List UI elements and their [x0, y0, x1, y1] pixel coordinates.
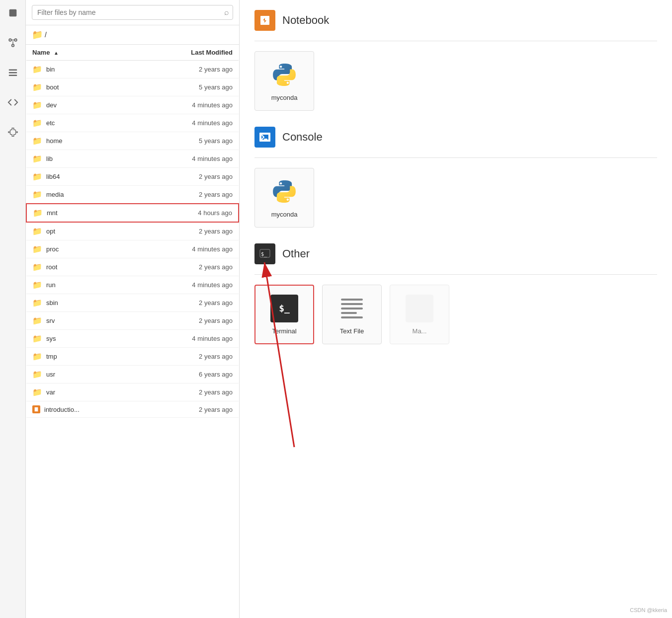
- folder-icon: 📁: [32, 280, 42, 290]
- table-row[interactable]: 📁usr6 years ago: [26, 366, 239, 384]
- svg-text:$_: $_: [261, 251, 267, 257]
- file-modified-date: 2 years ago: [143, 348, 239, 366]
- table-row[interactable]: introductio...2 years ago: [26, 401, 239, 418]
- table-row[interactable]: 📁etc4 minutes ago: [26, 114, 239, 132]
- terminal-card[interactable]: $_ Terminal: [254, 285, 314, 344]
- svg-rect-5: [8, 72, 17, 73]
- file-modified-date: 4 hours ago: [143, 204, 239, 222]
- file-name-label: run: [46, 281, 56, 289]
- file-name-cell-var: 📁var: [26, 384, 143, 401]
- table-row[interactable]: 📁tmp2 years ago: [26, 348, 239, 366]
- file-modified-date: 2 years ago: [143, 384, 239, 401]
- file-modified-date: 5 years ago: [143, 78, 239, 96]
- ma-card[interactable]: Ma...: [390, 285, 449, 344]
- file-modified-date: 4 minutes ago: [143, 150, 239, 168]
- console-section-header: Console: [254, 127, 657, 148]
- folder-icon: 📁: [32, 100, 42, 110]
- console-badge-icon: [254, 127, 275, 148]
- search-input[interactable]: [32, 5, 233, 20]
- folder-icon: 📁: [32, 136, 42, 146]
- textfile-card[interactable]: Text File: [322, 285, 382, 344]
- file-modified-date: 4 minutes ago: [143, 114, 239, 132]
- svg-point-1: [9, 39, 11, 41]
- file-name-cell-srv: 📁srv: [26, 312, 143, 330]
- file-name-cell-dev: 📁dev: [26, 96, 143, 114]
- name-column-header[interactable]: Name ▲: [26, 45, 143, 61]
- file-name-label: etc: [46, 119, 55, 127]
- folder-icon: 📁: [32, 298, 42, 308]
- table-row[interactable]: 📁sys4 minutes ago: [26, 330, 239, 348]
- table-row[interactable]: 📁root2 years ago: [26, 258, 239, 276]
- file-modified-date: 2 years ago: [143, 312, 239, 330]
- table-row[interactable]: 📁opt2 years ago: [26, 222, 239, 240]
- folder-icon: 📁: [32, 154, 42, 163]
- folder-icon: 📁: [32, 370, 42, 379]
- ma-label: Ma...: [413, 327, 427, 335]
- file-modified-date: 4 minutes ago: [143, 96, 239, 114]
- folder-icon: 📁: [32, 190, 42, 199]
- puzzle-icon-btn[interactable]: [5, 124, 21, 140]
- file-name-label: var: [46, 388, 55, 396]
- table-row[interactable]: 📁proc4 minutes ago: [26, 240, 239, 258]
- console-launcher-grid: myconda: [254, 168, 657, 228]
- other-launcher-grid: $_ Terminal Text File Ma...: [254, 285, 657, 344]
- file-modified-date: 4 minutes ago: [143, 276, 239, 294]
- right-panel: Notebook myconda: [240, 0, 672, 618]
- notebook-myconda-card[interactable]: myconda: [254, 51, 314, 111]
- notebook-section-header: Notebook: [254, 10, 657, 31]
- file-name-cell-media: 📁media: [26, 186, 143, 204]
- table-row[interactable]: 📁mnt4 hours ago: [26, 204, 239, 222]
- table-row[interactable]: 📁dev4 minutes ago: [26, 96, 239, 114]
- console-myconda-card[interactable]: myconda: [254, 168, 314, 228]
- file-modified-date: 5 years ago: [143, 132, 239, 150]
- file-name-cell-root: 📁root: [26, 258, 143, 276]
- file-name-label: opt: [46, 228, 55, 235]
- terminal-icon: $_: [270, 295, 298, 322]
- code-icon-btn[interactable]: [5, 94, 21, 110]
- file-name-label: root: [46, 263, 57, 271]
- file-name-cell-sbin: 📁sbin: [26, 294, 143, 312]
- table-row[interactable]: 📁lib642 years ago: [26, 168, 239, 186]
- file-modified-date: 2 years ago: [143, 294, 239, 312]
- file-name-cell-proc: 📁proc: [26, 240, 143, 258]
- file-name-label: dev: [46, 101, 57, 109]
- notebook-divider: [254, 41, 657, 41]
- git-icon-btn[interactable]: [5, 35, 21, 51]
- folder-icon: 📁: [32, 316, 42, 325]
- breadcrumb[interactable]: 📁 /: [26, 25, 239, 45]
- modified-column-header[interactable]: Last Modified: [143, 45, 239, 61]
- table-row[interactable]: 📁boot5 years ago: [26, 78, 239, 96]
- table-row[interactable]: 📁run4 minutes ago: [26, 276, 239, 294]
- search-bar: ⌕: [26, 0, 239, 25]
- watermark: CSDN @kkeria: [630, 607, 667, 613]
- file-modified-date: 4 minutes ago: [143, 240, 239, 258]
- table-row[interactable]: 📁srv2 years ago: [26, 312, 239, 330]
- file-name-label: home: [46, 137, 63, 145]
- folder-icon: 📁: [32, 118, 42, 128]
- textfile-label: Text File: [340, 327, 364, 335]
- table-row[interactable]: 📁lib4 minutes ago: [26, 150, 239, 168]
- list-icon-btn[interactable]: [5, 65, 21, 80]
- table-row[interactable]: 📁sbin2 years ago: [26, 294, 239, 312]
- notebook-myconda-label: myconda: [271, 94, 298, 101]
- file-name-cell-bin: 📁bin: [26, 61, 143, 78]
- stop-icon-btn[interactable]: [5, 5, 21, 21]
- file-name-cell-lib: 📁lib: [26, 150, 143, 168]
- search-icon: ⌕: [224, 8, 229, 17]
- file-modified-date: 6 years ago: [143, 366, 239, 384]
- file-modified-date: 2 years ago: [143, 168, 239, 186]
- file-modified-date: 2 years ago: [143, 258, 239, 276]
- ma-icon: [406, 295, 433, 322]
- svg-point-3: [11, 44, 14, 47]
- svg-rect-6: [8, 75, 17, 76]
- table-row[interactable]: 📁media2 years ago: [26, 186, 239, 204]
- file-name-label: usr: [46, 371, 55, 378]
- table-row[interactable]: 📁home5 years ago: [26, 132, 239, 150]
- table-row[interactable]: 📁var2 years ago: [26, 384, 239, 401]
- file-name-label: boot: [46, 83, 59, 91]
- file-name-cell-run: 📁run: [26, 276, 143, 294]
- table-row[interactable]: 📁bin2 years ago: [26, 61, 239, 78]
- file-name-label: sbin: [46, 299, 58, 307]
- file-name-cell-mnt: 📁mnt: [26, 204, 143, 222]
- file-name-cell-lib64: 📁lib64: [26, 168, 143, 186]
